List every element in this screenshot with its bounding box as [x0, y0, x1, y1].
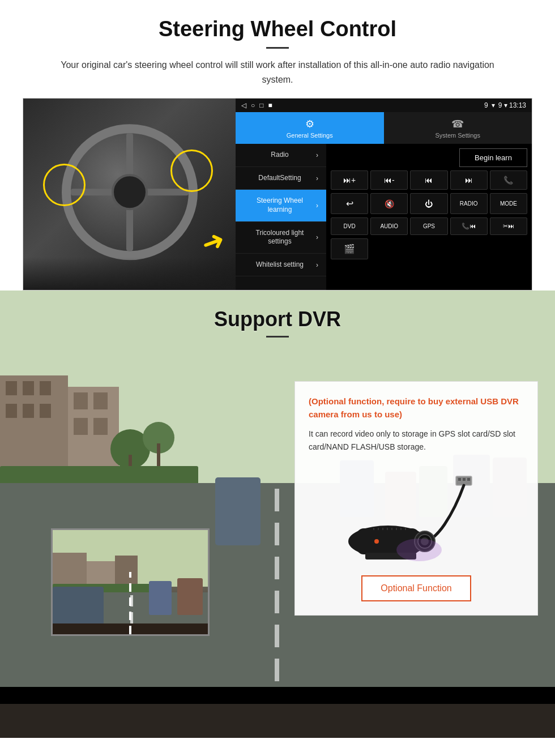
dvr-small-thumbnail — [51, 528, 210, 636]
svg-point-66 — [374, 539, 379, 544]
button-grid-row1: ⏭+ ⏮- ⏮ ⏭ 📞 — [331, 170, 527, 190]
dvr-optional-text: (Optional function, require to buy exter… — [309, 395, 524, 421]
call-prev-btn[interactable]: 📞⏮ — [450, 217, 488, 235]
begin-learn-button[interactable]: Begin learn — [459, 148, 527, 167]
mute-btn[interactable]: 🔇 — [370, 193, 408, 214]
tab-system-settings[interactable]: ☎ System Settings — [384, 112, 532, 144]
swc-title-divider — [266, 47, 289, 49]
wifi-icon: ▾ — [492, 101, 495, 109]
swc-description: Your original car's steering wheel contr… — [45, 58, 510, 87]
svg-rect-22 — [275, 591, 279, 613]
svg-rect-33 — [0, 704, 555, 738]
button-grid-row4: 🎬 — [331, 238, 527, 259]
mode-btn[interactable]: MODE — [490, 193, 527, 214]
radio-btn[interactable]: RADIO — [450, 193, 488, 214]
svg-rect-24 — [275, 659, 279, 681]
menu-item-whitelist[interactable]: Whitelist setting › — [236, 254, 326, 277]
android-tabs: ⚙ General Settings ☎ System Settings — [236, 112, 532, 144]
android-content: Radio › DefaultSetting › Steering Wheel … — [236, 144, 532, 290]
menu-item-radio[interactable]: Radio › — [236, 144, 326, 167]
arrow-indicator: ➜ — [197, 223, 229, 260]
steering-wheel-label: Steering Wheel learning — [244, 197, 316, 214]
menu-item-tricoloured[interactable]: Tricoloured light settings › — [236, 222, 326, 254]
next-btn[interactable]: ⏭ — [450, 170, 488, 190]
android-main-panel: Begin learn ⏭+ ⏮- ⏮ ⏭ 📞 ↩ 🔇 ⏻ — [326, 144, 532, 290]
cut-next-btn[interactable]: ✂⏭ — [490, 217, 527, 235]
android-status-bar: ◁ ○ □ ■ 9 ▾ 9 ▾ 13:13 — [236, 99, 532, 112]
dvd-btn[interactable]: DVD — [331, 217, 368, 235]
hangup-btn[interactable]: ↩ — [331, 193, 368, 214]
recents-icon: □ — [259, 101, 263, 109]
dvr-camera-illustration — [309, 462, 524, 575]
gear-icon: ⚙ — [305, 118, 314, 130]
svg-rect-21 — [275, 557, 279, 579]
android-menu: Radio › DefaultSetting › Steering Wheel … — [236, 144, 326, 290]
svg-rect-2 — [6, 381, 17, 395]
right-control-highlight — [170, 150, 213, 192]
svg-rect-20 — [275, 523, 279, 545]
tab-general-settings[interactable]: ⚙ General Settings — [236, 112, 384, 144]
vol-up-btn[interactable]: ⏭+ — [331, 170, 368, 190]
button-grid-row3: DVD AUDIO GPS 📞⏮ ✂⏭ — [331, 217, 527, 235]
menu-item-steering-wheel[interactable]: Steering Wheel learning › — [236, 190, 326, 221]
svg-rect-7 — [40, 404, 51, 418]
signal-icon: 9 — [484, 101, 488, 109]
call-btn[interactable]: 📞 — [490, 170, 527, 190]
gps-btn[interactable]: GPS — [410, 217, 447, 235]
svg-rect-48 — [458, 478, 461, 481]
svg-point-65 — [396, 539, 442, 561]
svg-rect-31 — [215, 477, 261, 545]
svg-rect-4 — [40, 381, 51, 395]
svg-rect-49 — [463, 478, 466, 481]
svg-rect-19 — [275, 489, 279, 511]
thumbnail-scene-svg — [53, 530, 210, 636]
steering-wheel-photo: ➜ — [23, 99, 236, 291]
system-settings-label: System Settings — [436, 132, 480, 139]
power-btn[interactable]: ⏻ — [410, 193, 447, 214]
svg-rect-43 — [149, 581, 172, 615]
android-ui-panel: ◁ ○ □ ■ 9 ▾ 9 ▾ 13:13 ⚙ General Settings — [236, 99, 532, 290]
radio-label: Radio — [244, 151, 316, 160]
chevron-right-icon: › — [316, 233, 318, 241]
swc-title: Steering Wheel Control — [23, 17, 532, 41]
swc-section: Steering Wheel Control Your original car… — [0, 0, 555, 291]
back-icon: ◁ — [241, 101, 246, 109]
svg-rect-6 — [23, 404, 34, 418]
dvr-title-area: Support DVR — [0, 291, 555, 346]
svg-rect-40 — [130, 595, 133, 606]
svg-rect-11 — [74, 418, 88, 435]
chevron-right-icon: › — [316, 202, 318, 210]
chevron-right-icon: › — [316, 174, 318, 182]
svg-rect-46 — [53, 623, 210, 636]
status-info: 9 ▾ 9 ▾ 13:13 — [484, 101, 526, 109]
chevron-right-icon: › — [316, 151, 318, 159]
status-nav-icons: ◁ ○ □ ■ — [241, 101, 272, 109]
video-btn[interactable]: 🎬 — [331, 238, 368, 259]
menu-item-default-setting[interactable]: DefaultSetting › — [236, 167, 326, 190]
svg-rect-12 — [93, 418, 108, 435]
chevron-right-icon: › — [316, 261, 318, 269]
home-icon: ○ — [251, 101, 255, 109]
svg-rect-50 — [467, 478, 470, 481]
optional-function-button[interactable]: Optional Function — [361, 575, 471, 601]
svg-rect-44 — [177, 578, 203, 615]
svg-rect-10 — [93, 392, 108, 409]
thumbnail-road-scene — [53, 530, 208, 634]
dvr-section: Support DVR — [0, 291, 555, 738]
svg-rect-5 — [6, 404, 17, 418]
dvr-title-divider — [266, 336, 289, 338]
dvr-title: Support DVR — [0, 307, 555, 331]
vol-down-btn[interactable]: ⏮- — [370, 170, 408, 190]
clock: 9 ▾ 13:13 — [498, 101, 526, 109]
whitelist-label: Whitelist setting — [244, 260, 316, 270]
audio-btn[interactable]: AUDIO — [370, 217, 408, 235]
svg-rect-41 — [130, 612, 133, 623]
dvr-description: It can record video only to storage in G… — [309, 428, 524, 453]
camera-svg — [331, 473, 501, 564]
tricoloured-label: Tricoloured light settings — [244, 229, 316, 246]
general-settings-label: General Settings — [287, 132, 333, 139]
swc-screenshot: ➜ ◁ ○ □ ■ 9 ▾ 9 ▾ 13:13 — [23, 98, 532, 291]
prev-btn[interactable]: ⏮ — [410, 170, 447, 190]
button-grid-row2: ↩ 🔇 ⏻ RADIO MODE — [331, 193, 527, 214]
svg-rect-23 — [275, 625, 279, 647]
